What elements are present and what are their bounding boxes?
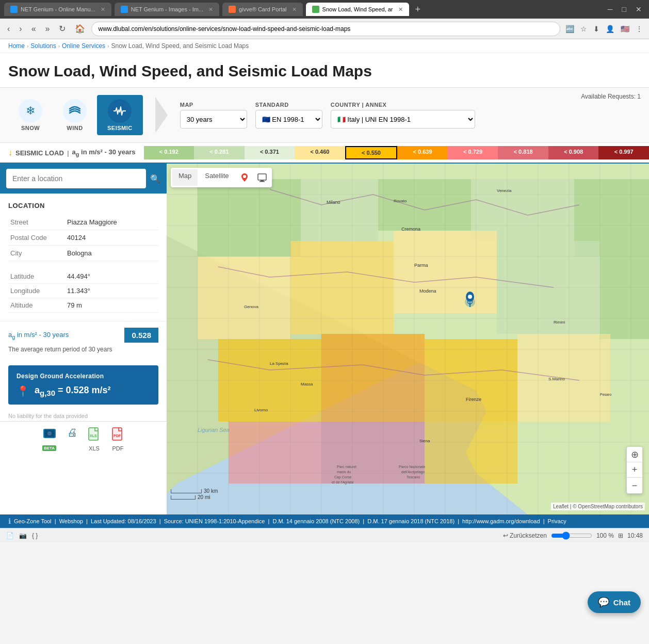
maximize-button[interactable]: □ — [619, 4, 629, 14]
tool-print[interactable]: 🖨 — [67, 427, 77, 452]
tool-pdf[interactable]: PDF PDF — [111, 427, 125, 452]
my-location-button[interactable]: ⊕ — [627, 447, 642, 462]
result-row: ag in m/s² - 30 years 0.528 — [8, 328, 158, 343]
tab-netgenium-menu[interactable]: NET Genium - Online Manu... ✕ — [4, 3, 111, 16]
search-icon[interactable]: 🔍 — [150, 174, 160, 184]
scale-mi: 20 mi — [171, 494, 218, 500]
result-value: 0.528 — [124, 328, 158, 343]
svg-text:S.Marino: S.Marino — [548, 377, 565, 381]
tab-snow-load[interactable]: Snow Load, Wind Speed, ar ✕ — [306, 3, 409, 16]
svg-rect-14 — [198, 256, 290, 339]
location-title: LOCATION — [8, 202, 158, 210]
map-scale: 30 km 20 mi — [171, 488, 218, 500]
address-bar[interactable] — [91, 22, 560, 36]
coords-section: Latitude 44.494° Longitude 11.343° Altit… — [0, 265, 167, 317]
scale-cell-1[interactable]: < 0.192 — [144, 146, 194, 159]
profile-button[interactable]: 👤 — [604, 23, 616, 35]
forward-button[interactable]: › — [16, 22, 25, 36]
svg-text:Genova: Genova — [244, 304, 259, 309]
minimize-button[interactable]: ─ — [605, 4, 616, 14]
svg-rect-11 — [378, 179, 471, 231]
beta-badge: BETA — [42, 445, 56, 451]
scale-cell-7[interactable]: < 0.729 — [448, 146, 498, 159]
extensions-button[interactable]: 🇺🇸 — [619, 23, 631, 35]
reload-button[interactable]: ↻ — [56, 22, 69, 36]
svg-rect-25 — [425, 422, 517, 484]
location-section: LOCATION Street Piazza Maggiore Postal C… — [0, 194, 167, 265]
street-value: Piazza Maggiore — [65, 215, 158, 230]
zoom-out-button[interactable]: − — [627, 478, 642, 493]
back-button[interactable]: ‹ — [4, 22, 13, 36]
scale-cell-8[interactable]: < 0.818 — [498, 146, 548, 159]
back-page-button[interactable]: « — [28, 22, 39, 36]
info-icon: ℹ — [8, 517, 11, 525]
breadcrumb-online-services[interactable]: Online Services — [62, 42, 105, 50]
tool-arrow — [155, 97, 172, 133]
scale-cell-6[interactable]: < 0.639 — [397, 146, 448, 159]
tab-netgenium-images[interactable]: NET Genium - Images - Im... ✕ — [115, 3, 219, 16]
tool-seismic[interactable]: SEISMIC — [97, 95, 143, 135]
svg-text:Venezia: Venezia — [497, 188, 512, 193]
map-tab-map[interactable]: Map — [172, 169, 198, 186]
color-scale: < 0.192 < 0.281 < 0.371 < 0.460 < 0.550 … — [144, 146, 649, 159]
map-selector[interactable]: 30 years 475 years 975 years 2475 years — [180, 110, 247, 128]
breadcrumb-home[interactable]: Home — [8, 42, 25, 50]
zoom-slider[interactable] — [551, 532, 592, 540]
home-button[interactable]: 🏠 — [72, 22, 88, 36]
street-row: Street Piazza Maggiore — [8, 215, 158, 230]
new-tab-button[interactable]: + — [412, 3, 424, 16]
standard-selector[interactable]: 🇪🇺 EN 1998-1 🇪🇺 EN 1998-2 — [255, 110, 322, 128]
googlemaps-icon[interactable] — [236, 169, 253, 186]
fullscreen-icon[interactable] — [254, 169, 270, 186]
svg-text:dell'Arcipelago: dell'Arcipelago — [401, 470, 425, 474]
scale-cell-10[interactable]: < 0.997 — [598, 146, 649, 159]
map-tab-satellite[interactable]: Satellite — [199, 169, 235, 186]
arrow-down-icon: ↓ — [8, 148, 12, 157]
menu-button[interactable]: ⋮ — [634, 23, 645, 35]
map-tabs: Map Satellite — [171, 168, 272, 187]
devtools-icon: { } — [32, 532, 38, 539]
zoom-in-button[interactable]: + — [627, 462, 642, 478]
xls-icon: XLS — [88, 427, 101, 444]
scale-cell-9[interactable]: < 0.908 — [548, 146, 599, 159]
translate-button[interactable]: 🔤 — [563, 23, 576, 35]
bookmark-button[interactable]: ☆ — [578, 23, 589, 35]
page: Home › Solutions › Online Services › Sno… — [0, 39, 649, 528]
forward-page-button[interactable]: » — [42, 22, 53, 36]
tool-snow[interactable]: ❄ SNOW — [8, 95, 53, 135]
svg-rect-23 — [229, 422, 321, 484]
pdf-icon: PDF — [111, 427, 125, 444]
svg-text:Milano: Milano — [327, 200, 340, 205]
page-info-icon: 📄 — [6, 532, 14, 539]
scale-cell-3[interactable]: < 0.371 — [245, 146, 295, 159]
svg-rect-85 — [259, 181, 265, 182]
liability-text: No liability for the data provided — [0, 410, 167, 421]
beta-icon — [42, 427, 57, 444]
svg-text:marin du: marin du — [337, 470, 351, 474]
coords-table: Latitude 44.494° Longitude 11.343° Altit… — [8, 269, 158, 313]
wind-label: WIND — [67, 125, 83, 131]
postal-row: Postal Code 40124 — [8, 230, 158, 246]
svg-text:Cremona: Cremona — [401, 227, 420, 232]
tab-givve[interactable]: givve® Card Portal ✕ — [222, 3, 302, 16]
svg-text:Pesaro: Pesaro — [600, 393, 611, 396]
download-button[interactable]: ⬇ — [591, 23, 602, 35]
location-table: Street Piazza Maggiore Postal Code 40124… — [8, 215, 158, 261]
svg-point-3 — [47, 431, 52, 436]
country-selector[interactable]: 🇮🇹 Italy | UNI EN 1998-1 🇩🇪 Germany | DI… — [331, 110, 475, 128]
svg-text:Parco Nazionale: Parco Nazionale — [399, 465, 425, 469]
breadcrumb-solutions[interactable]: Solutions — [30, 42, 56, 50]
close-button[interactable]: ✕ — [632, 4, 645, 14]
tool-xls[interactable]: XLS XLS — [88, 427, 101, 452]
svg-rect-20 — [321, 334, 425, 422]
wind-icon — [63, 99, 87, 123]
tool-wind[interactable]: WIND — [53, 95, 97, 135]
scale-cell-4[interactable]: < 0.460 — [295, 146, 345, 159]
scale-line-mi — [171, 495, 196, 500]
scale-cell-5[interactable]: < 0.550 — [345, 146, 398, 159]
svg-text:et de l'Agriate: et de l'Agriate — [332, 480, 354, 485]
standard-selector-group: STANDARD 🇪🇺 EN 1998-1 🇪🇺 EN 1998-2 — [255, 102, 322, 128]
scale-cell-2[interactable]: < 0.281 — [194, 146, 245, 159]
tool-beta[interactable]: BETA — [42, 427, 57, 452]
search-input[interactable] — [6, 169, 146, 188]
